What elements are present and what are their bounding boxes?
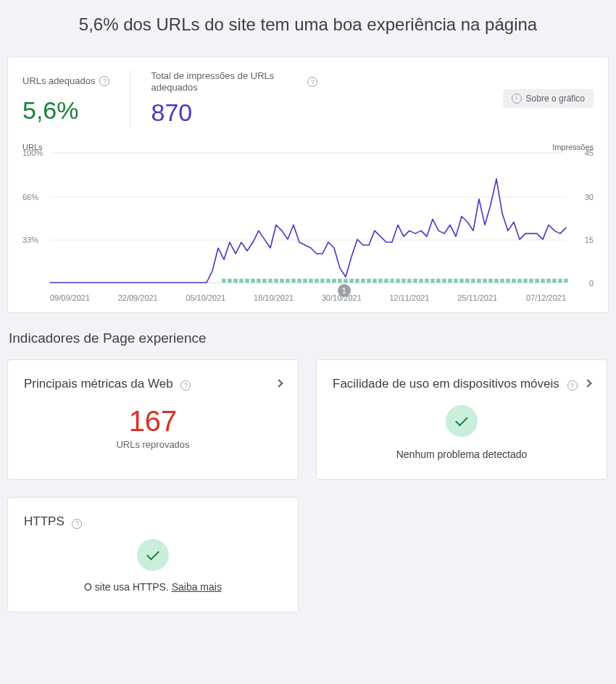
svg-rect-34 [401,278,405,282]
svg-rect-7 [245,278,249,282]
svg-rect-10 [262,278,266,282]
stats-row: URLs adequados ? 5,6% Total de impressõe… [22,70,594,127]
svg-rect-57 [535,278,538,282]
svg-rect-19 [315,278,318,282]
about-chart-label: Sobre o gráfico [526,93,585,104]
indicator-cards: Principais métricas da Web ? 167 URLs re… [7,359,609,613]
svg-rect-42 [448,278,451,282]
svg-rect-13 [280,278,283,282]
check-icon [446,405,478,437]
section-title: Indicadores de Page experience [9,330,609,346]
svg-rect-4 [228,278,231,282]
svg-rect-11 [268,278,272,282]
svg-rect-39 [430,278,434,282]
chart-event-marker[interactable]: 1 [338,284,351,297]
svg-rect-38 [425,278,428,282]
chart-plot[interactable]: 1 [50,153,566,283]
svg-rect-14 [286,278,289,282]
svg-rect-25 [349,278,353,282]
svg-rect-40 [436,278,440,282]
https-status: O site usa HTTPS. Saiba mais [24,581,282,593]
mobile-status: Nenhum problema detectado [333,449,591,460]
stat-impressions-label: Total de impressões de URLs adequados [151,70,303,94]
page-headline: 5,6% dos URLs do site tem uma boa experi… [7,14,609,35]
chevron-right-icon [583,379,591,387]
svg-rect-49 [488,278,492,282]
help-icon[interactable]: ? [567,380,578,391]
svg-rect-50 [494,278,498,282]
svg-rect-35 [407,278,411,282]
svg-rect-54 [517,278,521,282]
card-https-title: HTTPS ? [24,514,282,530]
svg-rect-48 [483,278,486,282]
y-axis-left: 100% 66% 33% [22,153,50,283]
svg-rect-5 [233,278,237,282]
svg-rect-58 [541,278,544,282]
svg-rect-43 [454,278,457,282]
svg-rect-20 [320,278,324,282]
stat-impressions-value: 870 [151,99,317,127]
svg-rect-26 [355,278,359,282]
cwv-failed-count: 167 [24,405,282,438]
svg-rect-47 [477,278,480,282]
card-cwv-title: Principais métricas da Web ? [24,376,269,393]
svg-rect-37 [419,278,423,282]
chart: URLs Impressões 100% 66% 33% [22,143,594,302]
svg-rect-23 [338,278,341,282]
svg-rect-45 [465,278,469,282]
svg-rect-3 [222,278,225,282]
svg-rect-53 [512,278,515,282]
x-axis: 09/09/2021 22/09/2021 05/10/2021 18/10/2… [22,283,594,302]
svg-rect-24 [344,278,347,282]
svg-rect-22 [332,278,336,282]
help-icon[interactable]: ? [307,77,317,87]
stat-impressions[interactable]: Total de impressões de URLs adequados ? … [130,70,338,127]
svg-rect-31 [384,278,388,282]
svg-rect-51 [500,278,504,282]
svg-rect-52 [506,278,509,282]
svg-rect-44 [459,278,463,282]
svg-rect-46 [471,278,475,282]
svg-rect-16 [297,278,301,282]
svg-rect-6 [239,278,243,282]
cwv-failed-label: URLs reprovados [24,439,282,450]
svg-rect-30 [378,278,382,282]
svg-rect-8 [251,278,254,282]
stat-good-urls-label: URLs adequados [22,75,95,87]
card-mobile-usability[interactable]: Facilidade de uso em dispositivos móveis… [316,359,607,480]
help-icon[interactable]: ? [72,519,82,529]
svg-rect-60 [552,278,556,282]
svg-rect-41 [442,278,446,282]
card-core-web-vitals[interactable]: Principais métricas da Web ? 167 URLs re… [7,359,299,480]
svg-rect-61 [558,278,562,282]
svg-rect-55 [523,278,527,282]
chevron-right-icon [275,379,283,387]
svg-rect-56 [529,278,533,282]
help-icon[interactable]: ? [99,76,109,86]
svg-rect-18 [309,278,312,282]
help-icon[interactable]: ? [180,380,191,391]
svg-rect-27 [361,278,365,282]
svg-rect-21 [326,278,330,282]
svg-rect-33 [396,278,399,282]
learn-more-link[interactable]: Saiba mais [172,581,222,593]
about-chart-button[interactable]: i Sobre o gráfico [503,89,594,108]
svg-rect-32 [390,278,394,282]
svg-rect-29 [372,278,376,282]
check-icon [137,539,169,571]
info-icon: i [512,93,522,104]
svg-rect-15 [291,278,295,282]
y-axis-right: 45 30 15 0 [566,153,594,283]
svg-rect-28 [367,278,370,282]
svg-rect-9 [257,278,260,282]
svg-rect-59 [546,278,550,282]
svg-rect-12 [274,278,278,282]
stat-good-urls-value: 5,6% [22,96,109,125]
overview-card: URLs adequados ? 5,6% Total de impressõe… [7,57,609,313]
svg-rect-36 [413,278,417,282]
stat-good-urls[interactable]: URLs adequados ? 5,6% [22,70,130,125]
svg-rect-17 [303,278,307,282]
card-mobile-title: Facilidade de uso em dispositivos móveis… [333,376,578,393]
card-https: HTTPS ? O site usa HTTPS. Saiba mais [7,497,299,612]
